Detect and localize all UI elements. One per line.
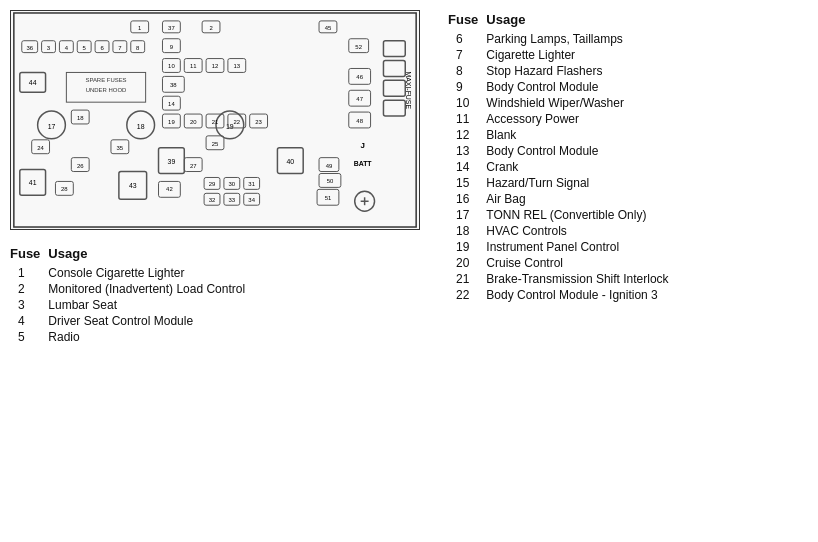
- fuse-usage: TONN REL (Convertible Only): [486, 207, 810, 223]
- svg-text:13: 13: [233, 63, 240, 69]
- table-row: 17TONN REL (Convertible Only): [448, 207, 810, 223]
- fuse-usage: Driver Seat Control Module: [48, 313, 430, 329]
- svg-text:BATT: BATT: [354, 160, 373, 167]
- svg-text:27: 27: [190, 163, 197, 169]
- fuse-usage: HVAC Controls: [486, 223, 810, 239]
- svg-text:11: 11: [190, 63, 197, 69]
- table-row: 12Blank: [448, 127, 810, 143]
- left-col-usage: Usage: [48, 244, 430, 265]
- fuse-number: 2: [10, 281, 48, 297]
- svg-text:49: 49: [326, 163, 333, 169]
- fuse-usage: Cigarette Lighter: [486, 47, 810, 63]
- fuse-number: 14: [448, 159, 486, 175]
- fuse-number: 1: [10, 265, 48, 281]
- svg-text:32: 32: [209, 197, 216, 203]
- svg-text:19: 19: [168, 119, 175, 125]
- fuse-number: 9: [448, 79, 486, 95]
- fuse-usage: Accessory Power: [486, 111, 810, 127]
- table-row: 3Lumbar Seat: [10, 297, 430, 313]
- left-panel: SPARE FUSES UNDER HOOD 1 37 2 45 36 3 4: [0, 0, 440, 542]
- fuse-usage: Radio: [48, 329, 430, 345]
- fuse-usage: Body Control Module: [486, 143, 810, 159]
- svg-text:35: 35: [117, 145, 124, 151]
- table-row: 2Monitored (Inadvertent) Load Control: [10, 281, 430, 297]
- table-row: 8Stop Hazard Flashers: [448, 63, 810, 79]
- svg-text:12: 12: [212, 63, 219, 69]
- fuse-number: 5: [10, 329, 48, 345]
- table-row: 1Console Cigarette Lighter: [10, 265, 430, 281]
- svg-text:10: 10: [168, 63, 175, 69]
- table-row: 13Body Control Module: [448, 143, 810, 159]
- svg-text:50: 50: [327, 178, 334, 184]
- svg-text:7: 7: [118, 45, 121, 51]
- svg-text:SPARE FUSES: SPARE FUSES: [85, 77, 126, 83]
- table-row: 11Accessory Power: [448, 111, 810, 127]
- fuse-number: 4: [10, 313, 48, 329]
- svg-text:39: 39: [168, 158, 176, 165]
- svg-text:42: 42: [166, 186, 173, 192]
- svg-text:26: 26: [77, 163, 84, 169]
- fuse-usage: Body Control Module: [486, 79, 810, 95]
- fuse-number: 8: [448, 63, 486, 79]
- fuse-number: 10: [448, 95, 486, 111]
- fuse-number: 22: [448, 287, 486, 303]
- table-row: 20Cruise Control: [448, 255, 810, 271]
- svg-text:24: 24: [37, 145, 44, 151]
- table-row: 5Radio: [10, 329, 430, 345]
- svg-text:46: 46: [356, 74, 363, 80]
- svg-text:38: 38: [170, 82, 177, 88]
- table-row: 19Instrument Panel Control: [448, 239, 810, 255]
- table-row: 7Cigarette Lighter: [448, 47, 810, 63]
- svg-text:J: J: [360, 141, 364, 150]
- fuse-usage: Parking Lamps, Taillamps: [486, 31, 810, 47]
- fuse-usage: Hazard/Turn Signal: [486, 175, 810, 191]
- fuse-number: 6: [448, 31, 486, 47]
- table-row: 10Windshield Wiper/Washer: [448, 95, 810, 111]
- left-fuse-table: Fuse Usage 1Console Cigarette Lighter2Mo…: [10, 244, 430, 345]
- right-col-usage: Usage: [486, 10, 810, 31]
- fuse-number: 13: [448, 143, 486, 159]
- svg-text:25: 25: [212, 141, 219, 147]
- right-col-fuse: Fuse: [448, 10, 486, 31]
- fuse-usage: Stop Hazard Flashers: [486, 63, 810, 79]
- fuse-usage: Cruise Control: [486, 255, 810, 271]
- svg-text:48: 48: [356, 118, 363, 124]
- svg-text:40: 40: [286, 158, 294, 165]
- table-row: 4Driver Seat Control Module: [10, 313, 430, 329]
- svg-text:30: 30: [229, 181, 236, 187]
- fuse-usage: Blank: [486, 127, 810, 143]
- svg-text:18: 18: [137, 123, 145, 130]
- fuse-usage: Brake-Transmission Shift Interlock: [486, 271, 810, 287]
- fuse-number: 18: [448, 223, 486, 239]
- svg-text:37: 37: [168, 25, 175, 31]
- table-row: 16Air Bag: [448, 191, 810, 207]
- svg-text:2: 2: [209, 25, 212, 31]
- table-row: 14Crank: [448, 159, 810, 175]
- svg-text:18: 18: [77, 115, 84, 121]
- table-row: 22Body Control Module - Ignition 3: [448, 287, 810, 303]
- svg-text:52: 52: [355, 44, 362, 50]
- svg-text:14: 14: [168, 101, 175, 107]
- svg-text:23: 23: [255, 119, 262, 125]
- fuse-number: 12: [448, 127, 486, 143]
- fuse-diagram: SPARE FUSES UNDER HOOD 1 37 2 45 36 3 4: [10, 10, 420, 230]
- svg-text:28: 28: [61, 186, 68, 192]
- fuse-usage: Monitored (Inadvertent) Load Control: [48, 281, 430, 297]
- fuse-usage: Lumbar Seat: [48, 297, 430, 313]
- svg-text:22: 22: [233, 119, 240, 125]
- table-row: 9Body Control Module: [448, 79, 810, 95]
- svg-text:45: 45: [325, 25, 332, 31]
- fuse-number: 17: [448, 207, 486, 223]
- svg-text:31: 31: [248, 181, 255, 187]
- table-row: 18HVAC Controls: [448, 223, 810, 239]
- svg-text:29: 29: [209, 181, 216, 187]
- svg-text:41: 41: [29, 179, 37, 186]
- fuse-usage: Air Bag: [486, 191, 810, 207]
- fuse-number: 16: [448, 191, 486, 207]
- svg-text:47: 47: [356, 96, 363, 102]
- svg-text:33: 33: [229, 197, 236, 203]
- fuse-number: 20: [448, 255, 486, 271]
- right-panel: Fuse Usage 6Parking Lamps, Taillamps7Cig…: [440, 0, 818, 542]
- svg-text:17: 17: [48, 123, 56, 130]
- svg-text:21: 21: [212, 119, 219, 125]
